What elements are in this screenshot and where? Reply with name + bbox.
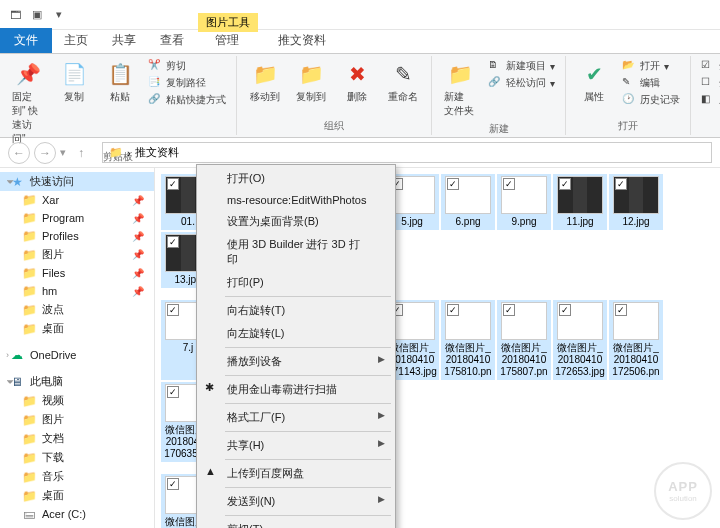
checkbox-icon[interactable]: ✓ <box>167 236 179 248</box>
up-button[interactable]: ↑ <box>70 142 92 164</box>
recent-dropdown-icon[interactable]: ▾ <box>60 146 66 159</box>
context-menu-item[interactable]: 向右旋转(T) <box>199 299 393 322</box>
nav-item[interactable]: 📁桌面 <box>0 486 154 505</box>
move-to-button[interactable]: 📁移动到 <box>245 58 285 106</box>
nav-item[interactable]: 📁hm📌 <box>0 282 154 300</box>
tab-view[interactable]: 查看 <box>148 28 196 53</box>
group-select: 选择 <box>699 117 720 135</box>
watermark: APPsolution <box>654 462 712 520</box>
context-menu-item[interactable]: ✱使用金山毒霸进行扫描 <box>199 378 393 401</box>
tab-manage[interactable]: 管理 <box>203 32 251 53</box>
file-name: 11.jpg <box>566 216 593 228</box>
cut-button[interactable]: ✂️剪切 <box>146 58 228 74</box>
submenu-arrow-icon: ▶ <box>378 410 385 420</box>
back-button[interactable]: ← <box>8 142 30 164</box>
nav-item[interactable]: 📁Program📌 <box>0 209 154 227</box>
checkbox-icon[interactable]: ✓ <box>615 178 627 190</box>
context-menu-item[interactable]: 打印(P) <box>199 271 393 294</box>
file-item[interactable]: ✓微信图片_20180410175807.png <box>497 300 551 380</box>
context-menu-item[interactable]: ▲上传到百度网盘 <box>199 462 393 485</box>
context-menu-item[interactable]: 格式工厂(F)▶ <box>199 406 393 429</box>
nav-this-pc[interactable]: ⏷🖥此电脑 <box>0 372 154 391</box>
context-menu-item[interactable]: 剪切(T) <box>199 518 393 528</box>
history-button[interactable]: 🕑历史记录 <box>620 92 682 108</box>
pin-icon: 📌 <box>132 231 144 242</box>
file-item[interactable]: ✓微信图片_20180410172653.jpg <box>553 300 607 380</box>
file-item[interactable]: ✓11.jpg <box>553 174 607 230</box>
file-menu[interactable]: 文件 <box>0 28 52 53</box>
file-name: 01. <box>181 216 195 228</box>
nav-item[interactable]: 📁波点 <box>0 300 154 319</box>
ribbon-tabs: 文件 主页 共享 查看 图片工具 管理 推文资料 <box>0 30 720 54</box>
file-item[interactable]: ✓微信图片_20180410172506.png <box>609 300 663 380</box>
pin-quick-access-button[interactable]: 📌固定到" 快速访问" <box>8 58 48 148</box>
file-name: 6.png <box>455 216 480 228</box>
select-none-button[interactable]: ☐全部取消 <box>699 75 720 91</box>
new-item-button[interactable]: 🗎新建项目 ▾ <box>486 58 557 74</box>
file-item[interactable]: ✓6.png <box>441 174 495 230</box>
context-menu-item[interactable]: ms-resource:EditWithPhotos <box>199 190 393 210</box>
file-name: 9.png <box>511 216 536 228</box>
checkbox-icon[interactable]: ✓ <box>167 178 179 190</box>
context-menu-item[interactable]: 使用 3D Builder 进行 3D 打印 <box>199 233 393 271</box>
file-name: 5.jpg <box>401 216 423 228</box>
nav-item[interactable]: 📁图片 <box>0 410 154 429</box>
pin-icon: 📌 <box>132 286 144 297</box>
context-menu-item[interactable]: 打开(O) <box>199 167 393 190</box>
checkbox-icon[interactable]: ✓ <box>559 178 571 190</box>
new-folder-button[interactable]: 📁新建 文件夹 <box>440 58 480 120</box>
group-open: 打开 <box>574 117 682 135</box>
context-menu-item[interactable]: 向左旋转(L) <box>199 322 393 345</box>
nav-item[interactable]: 📁图片📌 <box>0 245 154 264</box>
file-name: 12.jpg <box>622 216 649 228</box>
checkbox-icon[interactable]: ✓ <box>503 178 515 190</box>
nav-item[interactable]: 🖴Acer (C:) <box>0 505 154 523</box>
nav-item[interactable]: 📁文档 <box>0 429 154 448</box>
nav-item[interactable]: 📁视频 <box>0 391 154 410</box>
nav-item[interactable]: 📁音乐 <box>0 467 154 486</box>
submenu-arrow-icon: ▶ <box>378 354 385 364</box>
invert-selection-button[interactable]: ◧反向选择 <box>699 92 720 108</box>
navigation-pane: ⏷★快速访问 📁Xar📌📁Program📌📁Profiles📌📁图片📌📁File… <box>0 168 155 528</box>
tab-share[interactable]: 共享 <box>100 28 148 53</box>
easy-access-button[interactable]: 🔗轻松访问 ▾ <box>486 75 557 91</box>
breadcrumb-current[interactable]: 推文资料 <box>135 145 179 160</box>
nav-item[interactable]: 📁Files📌 <box>0 264 154 282</box>
breadcrumb[interactable]: 📁 › 推文资料 <box>102 142 712 163</box>
checkbox-icon[interactable]: ✓ <box>447 178 459 190</box>
qat-dropdown-icon[interactable]: ▾ <box>50 6 68 24</box>
file-item[interactable]: ✓微信图片_20180410175810.png <box>441 300 495 380</box>
context-menu-item[interactable]: 发送到(N)▶ <box>199 490 393 513</box>
pin-icon: 📌 <box>132 195 144 206</box>
open-button[interactable]: 📂打开 ▾ <box>620 58 682 74</box>
copy-button[interactable]: 📄复制 <box>54 58 94 106</box>
nav-item[interactable]: 📁Xar📌 <box>0 191 154 209</box>
select-all-button[interactable]: ☑全部选择 <box>699 58 720 74</box>
edit-button[interactable]: ✎编辑 <box>620 75 682 91</box>
tab-home[interactable]: 主页 <box>52 28 100 53</box>
checkbox-icon[interactable]: ✓ <box>167 478 179 490</box>
nav-item[interactable]: 📁下载 <box>0 448 154 467</box>
paste-shortcut-button[interactable]: 🔗粘贴快捷方式 <box>146 92 228 108</box>
rename-button[interactable]: ✎重命名 <box>383 58 423 106</box>
copy-to-button[interactable]: 📁复制到 <box>291 58 331 106</box>
nav-item[interactable]: 📁Profiles📌 <box>0 227 154 245</box>
context-menu-item[interactable]: 共享(H)▶ <box>199 434 393 457</box>
paste-button[interactable]: 📋粘贴 <box>100 58 140 106</box>
file-item[interactable]: ✓12.jpg <box>609 174 663 230</box>
context-menu: 打开(O)ms-resource:EditWithPhotos设置为桌面背景(B… <box>196 164 396 528</box>
group-new: 新建 <box>440 120 557 138</box>
context-menu-item[interactable]: 播放到设备▶ <box>199 350 393 373</box>
pin-icon: 📌 <box>132 268 144 279</box>
nav-onedrive[interactable]: ›☁OneDrive <box>0 346 154 364</box>
file-item[interactable]: ✓9.png <box>497 174 551 230</box>
nav-quick-access[interactable]: ⏷★快速访问 <box>0 172 154 191</box>
delete-button[interactable]: ✖删除 <box>337 58 377 106</box>
forward-button[interactable]: → <box>34 142 56 164</box>
nav-item[interactable]: 🖴Data (D:) <box>0 523 154 528</box>
nav-item[interactable]: 📁桌面 <box>0 319 154 338</box>
context-menu-item[interactable]: 设置为桌面背景(B) <box>199 210 393 233</box>
properties-button[interactable]: ✔属性 <box>574 58 614 106</box>
copy-path-button[interactable]: 📑复制路径 <box>146 75 228 91</box>
qat-props-icon[interactable]: ▣ <box>28 6 46 24</box>
